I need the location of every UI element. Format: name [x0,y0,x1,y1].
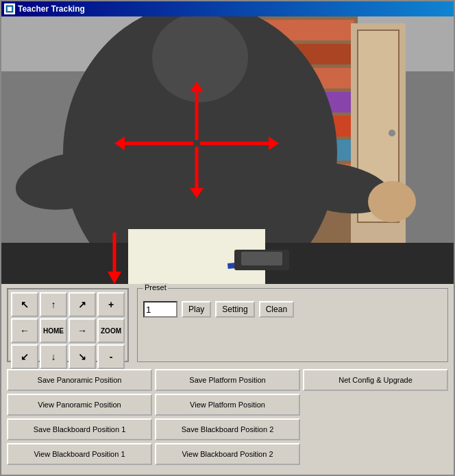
view-blackboard-1-button[interactable]: View Blackboard Position 1 [7,443,152,465]
dpad-zoom-button[interactable]: ZOOM [97,318,125,343]
svg-marker-33 [190,188,204,198]
preset-clean-button[interactable]: Clean [259,301,294,318]
window-icon [4,3,15,14]
save-blackboard-2-button[interactable]: Save Blackboard Position 2 [155,418,300,440]
dpad-ul-button[interactable]: ↖ [11,292,38,317]
camera-view [1,16,454,284]
save-blackboard-1-button[interactable]: Save Blackboard Position 1 [7,418,152,440]
dpad-plus-button[interactable]: + [97,292,125,317]
title-bar: Teacher Tracking [1,1,454,16]
dpad-minus-button[interactable]: - [97,344,125,369]
dpad-dl-button[interactable]: ↙ [11,344,38,369]
preset-setting-button[interactable]: Setting [215,301,254,318]
main-window: Teacher Tracking [0,0,455,476]
preset-label: Preset [143,283,168,291]
dpad-grid: ↖ ↑ ↗ + ← HOME → ZOOM ↙ ↓ ↘ - [11,292,125,369]
dpad-right-button[interactable]: → [69,318,96,343]
svg-marker-31 [190,82,204,92]
preset-input[interactable] [143,301,177,318]
dpad-left-button[interactable]: ← [11,318,38,343]
preset-box: Preset Play Setting Clean [137,288,448,362]
view-platform-button[interactable]: View Platform Position [155,394,300,416]
dpad-home-button[interactable]: HOME [40,318,67,343]
dpad-up-button[interactable]: ↑ [40,292,67,317]
svg-rect-1 [8,7,12,11]
dpad-down-button[interactable]: ↓ [40,344,67,369]
view-blackboard-2-button[interactable]: View Blackboard Position 2 [155,443,300,465]
net-config-button[interactable]: Net Config & Upgrade [303,369,448,391]
window-title: Teacher Tracking [18,4,85,14]
dpad-container: ↖ ↑ ↗ + ← HOME → ZOOM ↙ ↓ ↘ - [7,288,129,362]
controls-area: ↖ ↑ ↗ + ← HOME → ZOOM ↙ ↓ ↘ - Preset Pla… [1,284,454,366]
view-panoramic-button[interactable]: View Panoramic Position [7,394,152,416]
dpad-dr-button[interactable]: ↘ [69,344,96,369]
save-panoramic-button[interactable]: Save Panoramic Position [7,369,152,391]
dpad-ur-button[interactable]: ↗ [69,292,96,317]
svg-marker-35 [108,272,121,284]
preset-play-button[interactable]: Play [182,301,211,318]
svg-marker-29 [114,136,125,150]
svg-marker-27 [269,136,279,150]
save-platform-button[interactable]: Save Platform Position [155,369,300,391]
